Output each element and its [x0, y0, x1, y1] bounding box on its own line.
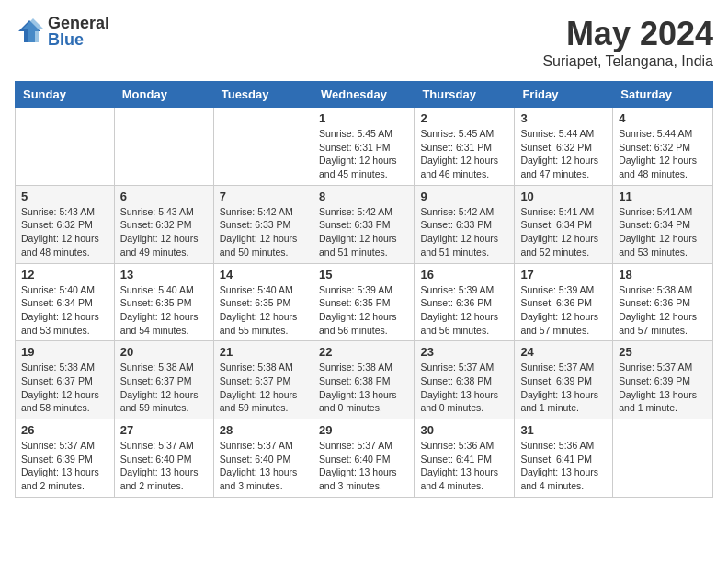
day-number: 24: [520, 345, 607, 359]
calendar-week-2: 5Sunrise: 5:43 AM Sunset: 6:32 PM Daylig…: [16, 185, 713, 263]
day-info: Sunrise: 5:38 AM Sunset: 6:37 PM Dayligh…: [21, 361, 108, 415]
day-info: Sunrise: 5:39 AM Sunset: 6:36 PM Dayligh…: [420, 283, 508, 338]
calendar-cell: 12Sunrise: 5:40 AM Sunset: 6:34 PM Dayli…: [16, 263, 115, 341]
calendar-cell: 30Sunrise: 5:36 AM Sunset: 6:41 PM Dayli…: [415, 419, 515, 498]
logo-icon: [15, 17, 44, 46]
day-number: 26: [21, 423, 108, 437]
day-info: Sunrise: 5:39 AM Sunset: 6:35 PM Dayligh…: [319, 283, 408, 338]
day-number: 19: [21, 345, 108, 359]
day-header-sunday: Sunday: [16, 82, 115, 108]
calendar-cell: [613, 419, 713, 498]
calendar-cell: 25Sunrise: 5:37 AM Sunset: 6:39 PM Dayli…: [613, 341, 713, 419]
day-info: Sunrise: 5:36 AM Sunset: 6:41 PM Dayligh…: [420, 439, 508, 493]
day-number: 28: [220, 423, 307, 437]
day-info: Sunrise: 5:41 AM Sunset: 6:34 PM Dayligh…: [619, 205, 707, 259]
calendar-cell: 5Sunrise: 5:43 AM Sunset: 6:32 PM Daylig…: [16, 185, 115, 263]
day-info: Sunrise: 5:44 AM Sunset: 6:32 PM Dayligh…: [520, 127, 607, 181]
calendar-cell: 24Sunrise: 5:37 AM Sunset: 6:39 PM Dayli…: [515, 341, 613, 419]
calendar-cell: 31Sunrise: 5:36 AM Sunset: 6:41 PM Dayli…: [515, 419, 613, 498]
day-info: Sunrise: 5:37 AM Sunset: 6:39 PM Dayligh…: [21, 439, 108, 493]
calendar-cell: 29Sunrise: 5:37 AM Sunset: 6:40 PM Dayli…: [313, 419, 414, 498]
day-number: 27: [120, 423, 208, 437]
day-number: 7: [220, 190, 307, 203]
day-info: Sunrise: 5:42 AM Sunset: 6:33 PM Dayligh…: [220, 205, 307, 259]
calendar-cell: 14Sunrise: 5:40 AM Sunset: 6:35 PM Dayli…: [213, 263, 313, 341]
calendar-cell: 21Sunrise: 5:38 AM Sunset: 6:37 PM Dayli…: [213, 341, 313, 419]
day-number: 31: [520, 423, 607, 437]
calendar-cell: 28Sunrise: 5:37 AM Sunset: 6:40 PM Dayli…: [213, 419, 313, 498]
day-info: Sunrise: 5:36 AM Sunset: 6:41 PM Dayligh…: [520, 439, 607, 493]
day-info: Sunrise: 5:38 AM Sunset: 6:37 PM Dayligh…: [220, 361, 307, 415]
calendar-cell: 4Sunrise: 5:44 AM Sunset: 6:32 PM Daylig…: [613, 108, 713, 186]
day-number: 17: [520, 268, 607, 282]
day-info: Sunrise: 5:43 AM Sunset: 6:32 PM Dayligh…: [120, 205, 208, 259]
day-number: 22: [319, 345, 408, 359]
day-info: Sunrise: 5:40 AM Sunset: 6:34 PM Dayligh…: [21, 283, 108, 338]
day-number: 29: [319, 423, 408, 437]
day-header-tuesday: Tuesday: [213, 82, 313, 108]
calendar-cell: 3Sunrise: 5:44 AM Sunset: 6:32 PM Daylig…: [515, 108, 613, 186]
day-info: Sunrise: 5:37 AM Sunset: 6:40 PM Dayligh…: [220, 439, 307, 493]
day-number: 1: [319, 111, 408, 125]
logo-blue-text: Blue: [48, 31, 109, 48]
day-header-wednesday: Wednesday: [313, 82, 414, 108]
day-header-monday: Monday: [114, 82, 213, 108]
day-info: Sunrise: 5:37 AM Sunset: 6:40 PM Dayligh…: [120, 439, 208, 493]
calendar-table: SundayMondayTuesdayWednesdayThursdayFrid…: [15, 81, 713, 498]
month-title: May 2024: [542, 15, 713, 53]
calendar-week-1: 1Sunrise: 5:45 AM Sunset: 6:31 PM Daylig…: [16, 108, 713, 186]
day-info: Sunrise: 5:38 AM Sunset: 6:36 PM Dayligh…: [619, 283, 707, 338]
calendar-cell: 18Sunrise: 5:38 AM Sunset: 6:36 PM Dayli…: [613, 263, 713, 341]
calendar-cell: 19Sunrise: 5:38 AM Sunset: 6:37 PM Dayli…: [16, 341, 115, 419]
day-header-saturday: Saturday: [613, 82, 713, 108]
day-number: 16: [420, 268, 508, 282]
day-info: Sunrise: 5:37 AM Sunset: 6:39 PM Dayligh…: [520, 361, 607, 415]
calendar-cell: 7Sunrise: 5:42 AM Sunset: 6:33 PM Daylig…: [213, 185, 313, 263]
day-info: Sunrise: 5:39 AM Sunset: 6:36 PM Dayligh…: [520, 283, 607, 338]
calendar-cell: 11Sunrise: 5:41 AM Sunset: 6:34 PM Dayli…: [613, 185, 713, 263]
day-number: 23: [420, 345, 508, 359]
day-number: 13: [120, 268, 208, 282]
calendar-cell: [213, 108, 313, 186]
calendar-cell: [114, 108, 213, 186]
day-info: Sunrise: 5:40 AM Sunset: 6:35 PM Dayligh…: [220, 283, 307, 338]
calendar-cell: 8Sunrise: 5:42 AM Sunset: 6:33 PM Daylig…: [313, 185, 414, 263]
day-number: 4: [619, 111, 707, 125]
location-text: Suriapet, Telangana, India: [542, 53, 713, 70]
day-number: 8: [319, 190, 408, 203]
calendar-cell: 1Sunrise: 5:45 AM Sunset: 6:31 PM Daylig…: [313, 108, 414, 186]
calendar-cell: [16, 108, 115, 186]
day-number: 6: [120, 190, 208, 203]
calendar-cell: 10Sunrise: 5:41 AM Sunset: 6:34 PM Dayli…: [515, 185, 613, 263]
logo-general-text: General: [48, 15, 109, 31]
day-number: 14: [220, 268, 307, 282]
calendar-cell: 2Sunrise: 5:45 AM Sunset: 6:31 PM Daylig…: [415, 108, 515, 186]
day-info: Sunrise: 5:37 AM Sunset: 6:39 PM Dayligh…: [619, 361, 707, 415]
day-info: Sunrise: 5:38 AM Sunset: 6:37 PM Dayligh…: [120, 361, 208, 415]
calendar-cell: 15Sunrise: 5:39 AM Sunset: 6:35 PM Dayli…: [313, 263, 414, 341]
day-info: Sunrise: 5:42 AM Sunset: 6:33 PM Dayligh…: [420, 205, 508, 259]
day-number: 21: [220, 345, 307, 359]
day-info: Sunrise: 5:37 AM Sunset: 6:40 PM Dayligh…: [319, 439, 408, 493]
day-number: 12: [21, 268, 108, 282]
logo-text: General Blue: [48, 15, 109, 48]
day-number: 9: [420, 190, 508, 203]
calendar-cell: 13Sunrise: 5:40 AM Sunset: 6:35 PM Dayli…: [114, 263, 213, 341]
day-header-friday: Friday: [515, 82, 613, 108]
day-number: 20: [120, 345, 208, 359]
day-number: 11: [619, 190, 707, 203]
day-info: Sunrise: 5:38 AM Sunset: 6:38 PM Dayligh…: [319, 361, 408, 415]
day-number: 2: [420, 111, 508, 125]
day-info: Sunrise: 5:41 AM Sunset: 6:34 PM Dayligh…: [520, 205, 607, 259]
calendar-cell: 20Sunrise: 5:38 AM Sunset: 6:37 PM Dayli…: [114, 341, 213, 419]
title-block: May 2024 Suriapet, Telangana, India: [542, 15, 713, 70]
calendar-cell: 6Sunrise: 5:43 AM Sunset: 6:32 PM Daylig…: [114, 185, 213, 263]
calendar-cell: 23Sunrise: 5:37 AM Sunset: 6:38 PM Dayli…: [415, 341, 515, 419]
calendar-cell: 16Sunrise: 5:39 AM Sunset: 6:36 PM Dayli…: [415, 263, 515, 341]
day-info: Sunrise: 5:43 AM Sunset: 6:32 PM Dayligh…: [21, 205, 108, 259]
day-number: 5: [21, 190, 108, 203]
logo: General Blue: [15, 15, 109, 48]
calendar-cell: 22Sunrise: 5:38 AM Sunset: 6:38 PM Dayli…: [313, 341, 414, 419]
day-number: 25: [619, 345, 707, 359]
page-header: General Blue May 2024 Suriapet, Telangan…: [15, 15, 713, 70]
